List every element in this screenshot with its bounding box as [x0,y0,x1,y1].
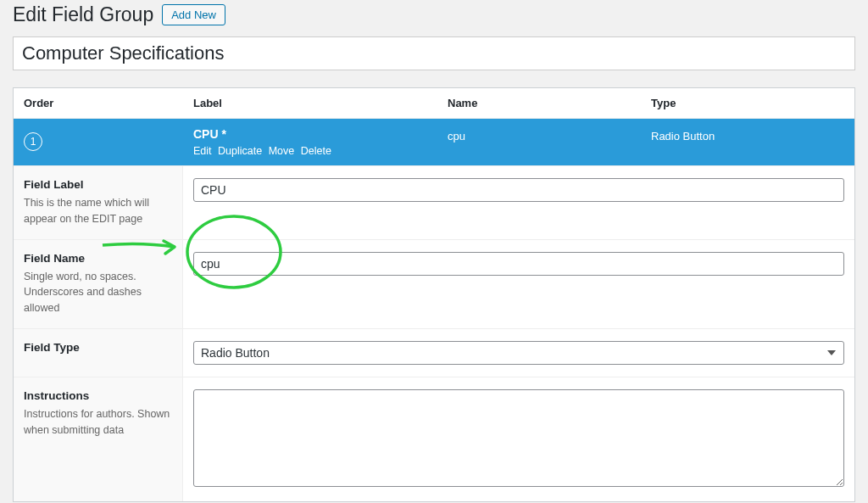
instructions-textarea[interactable] [193,389,844,487]
setting-label-cell: Instructions Instructions for authors. S… [14,377,183,501]
setting-label-cell: Field Name Single word, no spaces. Under… [14,240,183,328]
delete-action[interactable]: Delete [301,145,331,157]
setting-value-cell: Radio Button [183,329,854,377]
setting-value-cell [183,240,854,328]
field-order-cell: 1 [24,127,193,151]
setting-field-name: Field Name Single word, no spaces. Under… [14,239,854,328]
field-label-text: CPU * [193,127,448,141]
field-label-input[interactable] [193,178,844,202]
page-header: Edit Field Group Add New [13,0,855,36]
col-header-label: Label [193,97,448,109]
select-wrap: Radio Button [193,341,844,365]
field-name-cell: cpu [448,127,651,143]
setting-instructions: Instructions Instructions for authors. S… [14,377,854,501]
field-label-cell: CPU * Edit Duplicate Move Delete [193,127,448,157]
page-title: Edit Field Group [13,3,153,26]
col-header-type: Type [651,97,844,109]
add-new-button[interactable]: Add New [162,4,225,25]
setting-label-title: Field Type [24,341,172,354]
move-action[interactable]: Move [269,145,295,157]
setting-label-cell: Field Label This is the name which will … [14,166,183,239]
order-badge: 1 [24,132,42,151]
group-title-input[interactable] [22,42,846,64]
field-row[interactable]: 1 CPU * Edit Duplicate Move Delete cpu R… [14,119,854,165]
setting-label-desc: This is the name which will appear on th… [24,195,172,227]
duplicate-action[interactable]: Duplicate [218,145,262,157]
setting-field-label: Field Label This is the name which will … [14,165,854,239]
setting-value-cell [183,166,854,239]
col-header-order: Order [24,97,193,109]
setting-field-type: Field Type Radio Button [14,328,854,377]
setting-label-desc: Single word, no spaces. Underscores and … [24,269,172,316]
field-type-cell: Radio Button [651,127,844,143]
table-header: Order Label Name Type [14,88,854,119]
settings-grid: Field Label This is the name which will … [14,165,854,501]
field-type-select[interactable]: Radio Button [193,341,844,365]
field-name-input[interactable] [193,252,844,276]
field-table: Order Label Name Type 1 CPU * Edit Dupli… [13,87,855,502]
setting-label-title: Field Label [24,178,172,191]
setting-label-title: Field Name [24,252,172,265]
setting-label-desc: Instructions for authors. Shown when sub… [24,406,172,439]
setting-label-cell: Field Type [14,329,183,377]
col-header-name: Name [448,97,651,109]
title-input-wrap [13,36,855,70]
setting-label-title: Instructions [24,389,172,402]
edit-action[interactable]: Edit [193,145,212,157]
setting-value-cell [183,377,854,501]
row-actions: Edit Duplicate Move Delete [193,145,448,157]
